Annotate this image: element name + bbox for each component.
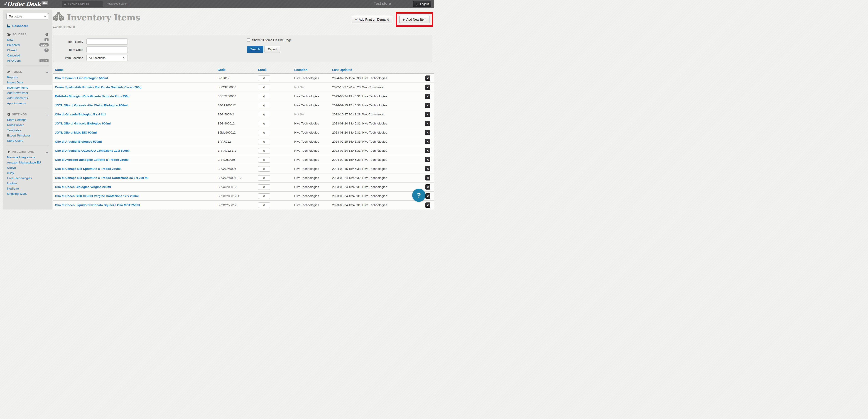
item-name-link[interactable]: Olio di Semi di Lino Biologico 500ml xyxy=(55,74,108,83)
item-name-link[interactable]: Olio di Arachidi Biologico 500ml xyxy=(55,137,102,146)
item-name-link[interactable]: JOYL Olio di Mais BIO 900ml xyxy=(55,128,97,137)
store-select[interactable]: Test store xyxy=(6,13,49,20)
delete-item-button[interactable]: × xyxy=(425,75,430,81)
delete-item-button[interactable]: × xyxy=(425,193,430,199)
order-search-input[interactable] xyxy=(68,2,98,6)
item-name-link[interactable]: Olio di Canapa Bio Spremuto a Freddo Con… xyxy=(55,173,148,183)
sidebar-item-hive-technologies[interactable]: Hive Technologies xyxy=(3,175,52,181)
item-name-input[interactable] xyxy=(87,38,128,45)
sidebar-item-store-users[interactable]: Store Users xyxy=(3,138,52,143)
export-button[interactable]: Export xyxy=(265,46,280,53)
sidebar-item-ongoing-wms[interactable]: Ongoing WMS xyxy=(3,191,52,196)
sidebar-item-prepared[interactable]: Prepared2.268 xyxy=(3,42,52,47)
delete-item-button[interactable]: × xyxy=(425,148,430,153)
sidebar-item-ebay[interactable]: eBay xyxy=(3,170,52,175)
sidebar-item-appointments[interactable]: Appointments xyxy=(3,101,52,106)
stock-input[interactable] xyxy=(258,139,270,144)
advanced-search-link[interactable]: Advanced Search xyxy=(106,2,127,5)
item-name-link[interactable]: Olio di Cocco Biologico Vergine 200ml xyxy=(55,183,111,192)
sidebar-item-dashboard[interactable]: Dashboard xyxy=(3,23,52,29)
delete-item-button[interactable]: × xyxy=(425,85,430,90)
item-name-link[interactable]: Olio di Avocado Biologico Estratto a Fre… xyxy=(55,155,129,164)
close-icon: × xyxy=(427,94,429,98)
sidebar-item-inventory-items[interactable]: Inventory Items xyxy=(3,85,52,90)
show-all-checkbox[interactable] xyxy=(247,38,250,42)
sidebar-item-add-new-order[interactable]: Add New Order xyxy=(3,90,52,95)
stock-input[interactable] xyxy=(258,202,270,208)
sidebar-item-import-data[interactable]: Import Data xyxy=(3,80,52,85)
item-name-link[interactable]: Olio di Canapa Bio Spremuto a Freddo 250… xyxy=(55,164,121,173)
delete-item-button[interactable]: × xyxy=(425,166,430,171)
sidebar-item-export-templates[interactable]: Export Templates xyxy=(3,133,52,138)
sidebar-item-reports[interactable]: Reports xyxy=(3,74,52,80)
sidebar-item-canceled[interactable]: Canceled xyxy=(3,53,52,58)
stock-input[interactable] xyxy=(258,157,270,163)
sidebar-item-logiwa[interactable]: Logiwa xyxy=(3,181,52,186)
help-button[interactable]: ? xyxy=(412,189,425,202)
search-button[interactable]: Search xyxy=(247,46,264,53)
delete-item-button[interactable]: × xyxy=(425,184,430,190)
stock-input[interactable] xyxy=(258,121,270,126)
collapse-arrow-icon[interactable]: ▲ xyxy=(46,151,48,153)
sidebar-item-all-orders[interactable]: All Orders2.277 xyxy=(3,58,52,63)
section-tools[interactable]: TOOLS ▲ xyxy=(3,69,52,74)
delete-item-button[interactable]: × xyxy=(425,175,430,181)
stock-input[interactable] xyxy=(258,112,270,117)
sidebar-item-store-settings[interactable]: Store Settings xyxy=(3,117,52,123)
item-name-link[interactable]: Olio di Cocco BIOLOGICO Vergine Confezio… xyxy=(55,192,138,201)
show-all-items-toggle[interactable]: Show All Items On One Page xyxy=(247,38,292,42)
sidebar-item-amazon-marketplace-eu[interactable]: Amazon Marketplace EU xyxy=(3,160,52,165)
app-logo[interactable]: Order Desk DEV xyxy=(3,0,48,8)
stock-input[interactable] xyxy=(258,175,270,181)
item-name-link[interactable]: Eritritolo Biologico Dolcificante Natura… xyxy=(55,92,129,101)
delete-item-button[interactable]: × xyxy=(425,121,430,126)
select-value: All Locations xyxy=(89,56,105,60)
order-search-box[interactable] xyxy=(62,1,103,7)
delete-item-button[interactable]: × xyxy=(425,157,430,162)
sidebar-item-netsuite[interactable]: NetSuite xyxy=(3,186,52,191)
item-location: Hive Technologies xyxy=(294,155,319,164)
item-name-link[interactable]: Olio di Girasole Biologico 5 x 4 litri xyxy=(55,110,106,119)
item-location-select[interactable]: All Locations xyxy=(87,55,128,61)
sidebar-item-add-shipments[interactable]: Add Shipments xyxy=(3,95,52,101)
logout-button[interactable]: Logout xyxy=(413,1,431,7)
item-name-link[interactable]: Olio di Cocco Liquido Frazionato Squeeze… xyxy=(55,201,140,210)
stock-input[interactable] xyxy=(258,85,270,90)
add-print-on-demand-button[interactable]: + Add Print on Demand xyxy=(352,15,392,23)
section-integrations[interactable]: INTEGRATIONS ▲ xyxy=(3,149,52,155)
stock-input[interactable] xyxy=(258,75,270,81)
stock-input[interactable] xyxy=(258,148,270,154)
item-code-input[interactable] xyxy=(87,46,128,53)
stock-input[interactable] xyxy=(258,94,270,99)
sidebar-item-new[interactable]: New6 xyxy=(3,37,52,42)
sidebar-item-rule-builder[interactable]: Rule Builder xyxy=(3,123,52,128)
delete-item-button[interactable]: × xyxy=(425,130,430,135)
stock-input[interactable] xyxy=(258,103,270,108)
delete-item-button[interactable]: × xyxy=(425,139,430,144)
sidebar-item-closed[interactable]: Closed3 xyxy=(3,47,52,53)
delete-item-button[interactable]: × xyxy=(425,103,430,108)
item-name-link[interactable]: JOYL Olio di Girasole Alto Oleico Biolog… xyxy=(55,101,127,110)
item-name-link[interactable]: JOYL Olio di Girasole Biologico 900ml xyxy=(55,119,111,128)
stock-input[interactable] xyxy=(258,184,270,190)
delete-item-button[interactable]: × xyxy=(425,94,430,99)
item-location: Hive Technologies xyxy=(294,92,319,101)
table-row: Olio di Cocco BIOLOGICO Vergine Confezio… xyxy=(53,191,434,200)
collapse-arrow-icon[interactable]: ▲ xyxy=(46,114,48,116)
delete-item-button[interactable]: × xyxy=(425,112,430,117)
section-settings[interactable]: SETTINGS ▲ xyxy=(3,111,52,117)
add-new-item-button[interactable]: + Add New Item xyxy=(399,15,430,23)
stock-input[interactable] xyxy=(258,193,270,199)
item-name-link[interactable]: Olio di Arachidi BIOLOGICO Confezione 12… xyxy=(55,146,129,155)
folders-gear-icon[interactable] xyxy=(45,33,49,37)
delete-item-button[interactable]: × xyxy=(425,202,430,208)
sidebar-item-templates[interactable]: Templates xyxy=(3,128,52,133)
item-location: Hive Technologies xyxy=(294,101,319,110)
stock-input[interactable] xyxy=(258,166,270,172)
item-last-updated: 2023-08-24 13:46:31, Hive Technologies xyxy=(332,146,387,155)
stock-input[interactable] xyxy=(258,130,270,135)
item-name-link[interactable]: Crema Spalmabile Proteica Bio Gusto Nocc… xyxy=(55,83,141,92)
collapse-arrow-icon[interactable]: ▲ xyxy=(46,71,48,73)
sidebar-item-cubyn[interactable]: Cubyn xyxy=(3,165,52,170)
sidebar-item-manage-integrations[interactable]: Manage Integrations xyxy=(3,155,52,160)
